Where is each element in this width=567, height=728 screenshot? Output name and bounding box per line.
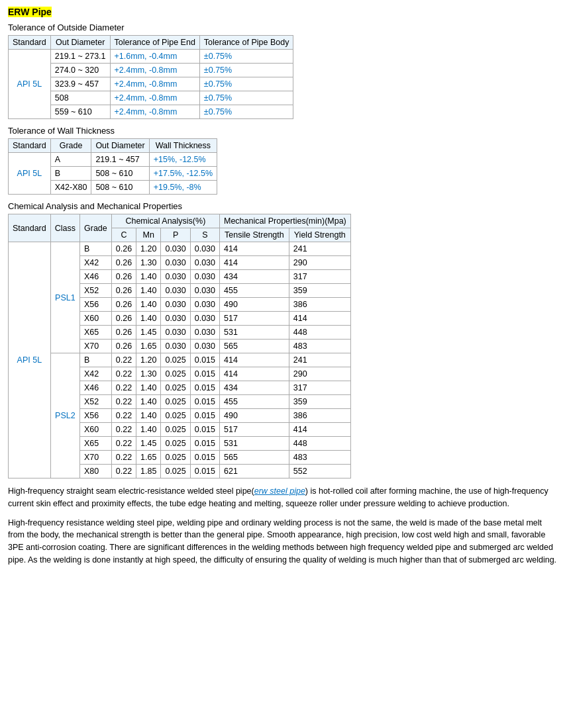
table-cell: 0.22 bbox=[111, 423, 136, 437]
table-cell: X70 bbox=[80, 340, 112, 353]
table-cell: 0.26 bbox=[111, 326, 136, 340]
table-cell: 219.1 ~ 457 bbox=[91, 153, 149, 167]
table-cell: 0.22 bbox=[111, 451, 136, 465]
table-cell: 1.30 bbox=[136, 367, 161, 381]
chemical-mechanical-table: Standard Class Grade Chemical Analysis(%… bbox=[8, 214, 351, 478]
table-cell: 483 bbox=[289, 340, 350, 353]
table-cell: 219.1 ~ 273.1 bbox=[50, 50, 110, 64]
table-cell: X60 bbox=[80, 423, 112, 437]
table-cell: ±0.75% bbox=[199, 105, 293, 119]
table-cell: 0.025 bbox=[161, 451, 190, 465]
table-cell: 565 bbox=[220, 340, 289, 353]
table-cell: X46 bbox=[80, 381, 112, 395]
table-row: API 5L219.1 ~ 273.1+1.6mm, -0.4mm±0.75% bbox=[9, 50, 293, 64]
table-cell: 1.40 bbox=[136, 298, 161, 312]
table-cell: 359 bbox=[289, 395, 350, 409]
table-cell: B bbox=[80, 353, 112, 367]
table-cell: 0.22 bbox=[111, 465, 136, 478]
table-cell: 0.22 bbox=[111, 381, 136, 395]
col-standard: Standard bbox=[9, 36, 51, 50]
table-cell: 434 bbox=[220, 270, 289, 284]
table-cell: 0.22 bbox=[111, 395, 136, 409]
table-row: 508+2.4mm, -0.8mm±0.75% bbox=[9, 91, 293, 105]
table-cell: X42-X80 bbox=[50, 181, 91, 195]
table-cell: +2.4mm, -0.8mm bbox=[110, 64, 199, 77]
table-cell: 0.26 bbox=[111, 256, 136, 270]
table-cell: X52 bbox=[80, 395, 112, 409]
section1-title: Tolerance of Outside Diameter bbox=[8, 23, 559, 32]
table-cell: ±0.75% bbox=[199, 50, 293, 64]
table-cell: 455 bbox=[220, 395, 289, 409]
table-cell: 490 bbox=[220, 409, 289, 423]
table-cell: 0.030 bbox=[190, 284, 219, 298]
table-cell: X65 bbox=[80, 326, 112, 340]
table-cell: ±0.75% bbox=[199, 64, 293, 77]
table-cell: X56 bbox=[80, 298, 112, 312]
table-cell: ±0.75% bbox=[199, 91, 293, 105]
table-cell: +2.4mm, -0.8mm bbox=[110, 105, 199, 119]
table-cell: 290 bbox=[289, 256, 350, 270]
table-cell: 1.20 bbox=[136, 353, 161, 367]
table-cell: 531 bbox=[220, 326, 289, 340]
col-wall-thickness: Wall Thickness bbox=[149, 139, 217, 153]
table-cell: 0.025 bbox=[161, 465, 190, 478]
col-s: S bbox=[190, 228, 219, 242]
table-cell: 0.030 bbox=[161, 270, 190, 284]
table-cell: 0.26 bbox=[111, 284, 136, 298]
table-cell: 0.030 bbox=[161, 312, 190, 326]
table-cell: 1.40 bbox=[136, 284, 161, 298]
table-cell: 0.26 bbox=[111, 298, 136, 312]
col-p: P bbox=[161, 228, 190, 242]
table-cell: 386 bbox=[289, 409, 350, 423]
table-cell: X80 bbox=[80, 465, 112, 478]
table-cell: 0.025 bbox=[161, 367, 190, 381]
table-cell: 0.030 bbox=[161, 242, 190, 256]
table-cell: 508 bbox=[50, 91, 110, 105]
table-cell: 0.025 bbox=[161, 409, 190, 423]
table-cell: 0.030 bbox=[190, 242, 219, 256]
table-cell: 1.20 bbox=[136, 242, 161, 256]
table-cell: 0.015 bbox=[190, 381, 219, 395]
table-cell: 1.45 bbox=[136, 326, 161, 340]
col-out-diameter: Out Diameter bbox=[50, 36, 110, 50]
table-row: PSL2B0.221.200.0250.015414241 bbox=[9, 353, 351, 367]
table-cell: 0.015 bbox=[190, 437, 219, 451]
table-cell: 0.030 bbox=[190, 270, 219, 284]
section3-title: Chemical Analysis and Mechanical Propert… bbox=[8, 201, 559, 211]
col-class: Class bbox=[50, 214, 79, 242]
cell-class: PSL1 bbox=[50, 242, 79, 353]
table-cell: 0.030 bbox=[190, 326, 219, 340]
table-cell: 317 bbox=[289, 270, 350, 284]
table-cell: 414 bbox=[220, 367, 289, 381]
erw-link[interactable]: erw steel pipe bbox=[254, 486, 305, 496]
cell-standard: API 5L bbox=[9, 242, 51, 478]
table-cell: 0.015 bbox=[190, 395, 219, 409]
table-cell: 0.025 bbox=[161, 353, 190, 367]
table-cell: 1.65 bbox=[136, 340, 161, 353]
table-row: 559 ~ 610+2.4mm, -0.8mm±0.75% bbox=[9, 105, 293, 119]
outside-diameter-table: Standard Out Diameter Tolerance of Pipe … bbox=[8, 35, 293, 119]
table-cell: 552 bbox=[289, 465, 350, 478]
col-standard2: Standard bbox=[9, 139, 51, 153]
table-cell: 0.015 bbox=[190, 353, 219, 367]
table-cell: 0.26 bbox=[111, 340, 136, 353]
col-mn: Mn bbox=[136, 228, 161, 242]
cell-class: PSL2 bbox=[50, 353, 79, 478]
table-cell: 241 bbox=[289, 353, 350, 367]
table-cell: 0.26 bbox=[111, 270, 136, 284]
table-cell: 241 bbox=[289, 242, 350, 256]
table-cell: 448 bbox=[289, 326, 350, 340]
col-tol-pipe-body: Tolerance of Pipe Body bbox=[199, 36, 293, 50]
table-cell: +2.4mm, -0.8mm bbox=[110, 91, 199, 105]
col-grade2: Grade bbox=[50, 139, 91, 153]
table-cell: X42 bbox=[80, 256, 112, 270]
table-cell: 0.22 bbox=[111, 409, 136, 423]
table-cell: 0.030 bbox=[190, 298, 219, 312]
table-cell: 359 bbox=[289, 284, 350, 298]
table-row: API 5LPSL1B0.261.200.0300.030414241 bbox=[9, 242, 351, 256]
table-cell: 0.030 bbox=[190, 312, 219, 326]
table-cell: 0.030 bbox=[161, 340, 190, 353]
table-cell: 0.030 bbox=[161, 256, 190, 270]
table-cell: 448 bbox=[289, 437, 350, 451]
table-cell: 517 bbox=[220, 312, 289, 326]
